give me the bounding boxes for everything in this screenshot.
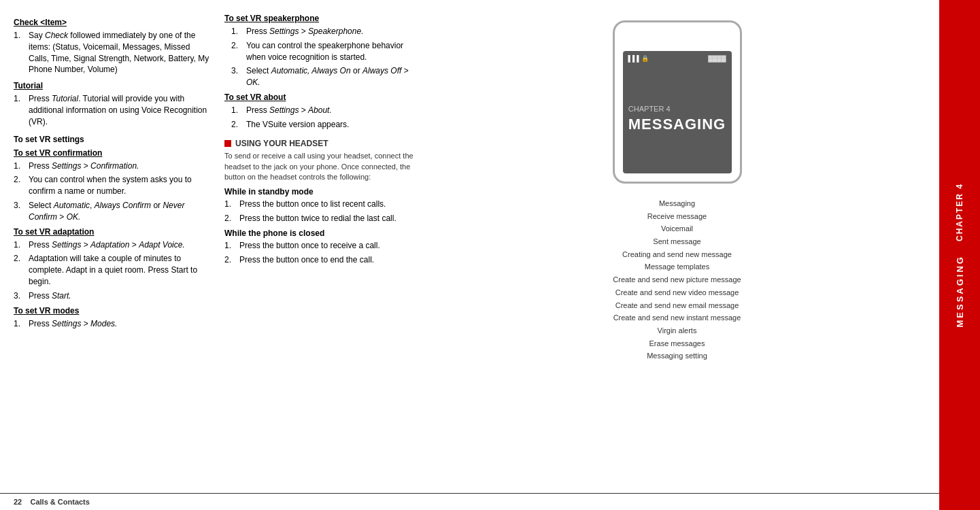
footer-section: Calls & Contacts bbox=[30, 498, 89, 506]
chapter-index: Messaging Receive message Voicemail Sent… bbox=[613, 197, 741, 362]
index-item-virgin: Virgin alerts bbox=[613, 324, 741, 337]
index-item-setting: Messaging setting bbox=[613, 350, 741, 362]
check-item-heading: Check <Item> bbox=[14, 18, 211, 27]
index-item-picture: Create and send new picture message bbox=[613, 273, 741, 286]
footer: 22 Calls & Contacts bbox=[0, 493, 939, 510]
tutorial-text: 1. Press Tutorial. Tutorial will provide… bbox=[14, 93, 211, 127]
tutorial-heading: Tutorial bbox=[14, 81, 211, 90]
vr-about-heading: To set VR about bbox=[224, 92, 415, 102]
left-column: Check <Item> 1. Say Check followed immed… bbox=[14, 14, 211, 486]
vr-settings-heading: To set VR settings bbox=[14, 135, 211, 144]
red-square-icon bbox=[224, 140, 231, 147]
check-item-text: 1. Say Check followed immediately by one… bbox=[14, 30, 211, 75]
content-body: Check <Item> 1. Say Check followed immed… bbox=[0, 0, 939, 493]
index-item-messaging: Messaging bbox=[613, 197, 741, 210]
vr-speaker-step3: 3. Select Automatic, Always On or Always… bbox=[231, 65, 415, 88]
standby-step1: 1. Press the button once to list recent … bbox=[224, 199, 415, 210]
sidebar-chapter-label: CHAPTER 4 bbox=[956, 183, 964, 241]
vr-about-step2: 2. The VSuite version appears. bbox=[231, 119, 415, 131]
index-item-receive: Receive message bbox=[613, 210, 741, 223]
index-item-video: Create and send new video message bbox=[613, 286, 741, 299]
index-item-templates: Message templates bbox=[613, 260, 741, 273]
vr-adaptation-heading: To set VR adaptation bbox=[14, 227, 211, 237]
phone-closed-step2: 2. Press the button once to end the call… bbox=[224, 254, 415, 266]
mid-column: To set VR speakerphone 1. Press Settings… bbox=[224, 14, 415, 486]
index-item-creating: Creating and send new message bbox=[613, 248, 741, 261]
index-item-instant: Create and send new instant message bbox=[613, 311, 741, 324]
phone-closed-step1: 1. Press the button once to receive a ca… bbox=[224, 240, 415, 252]
chapter-sidebar: CHAPTER 4 MESSAGING bbox=[939, 0, 980, 510]
using-headset-section: USING YOUR HEADSET To send or receive a … bbox=[224, 139, 415, 266]
headset-body: To send or receive a call using your hea… bbox=[224, 151, 415, 184]
phone-status-bar: ▌▌▌🔒 ▓▓▓▓ bbox=[628, 55, 726, 62]
page-number: 22 bbox=[14, 498, 22, 506]
phone-chapter-label: CHAPTER 4 bbox=[628, 105, 726, 113]
vr-adapt-step1: 1. Press Settings > Adaptation > Adapt V… bbox=[14, 239, 211, 251]
phone-closed-heading: While the phone is closed bbox=[224, 228, 415, 238]
vr-adapt-step2: 2. Adaptation will take a couple of minu… bbox=[14, 253, 211, 287]
vr-conf-step1: 1. Press Settings > Confirmation. bbox=[14, 160, 211, 172]
right-panel: ▌▌▌🔒 ▓▓▓▓ CHAPTER 4 MESSAGING Messaging … bbox=[428, 14, 926, 486]
index-item-erase: Erase messages bbox=[613, 337, 741, 350]
vr-adapt-step3: 3. Press Start. bbox=[14, 290, 211, 302]
vr-speaker-heading: To set VR speakerphone bbox=[224, 14, 415, 23]
signal-icons: ▌▌▌🔒 bbox=[628, 55, 649, 62]
phone-screen: ▌▌▌🔒 ▓▓▓▓ CHAPTER 4 MESSAGING bbox=[623, 51, 732, 173]
vr-conf-step3: 3. Select Automatic, Always Confirm or N… bbox=[14, 200, 211, 223]
vr-speaker-step2: 2. You can control the speakerphone beha… bbox=[231, 40, 415, 63]
sidebar-messaging-label: MESSAGING bbox=[955, 255, 965, 327]
vr-about-step1: 1. Press Settings > About. bbox=[231, 105, 415, 116]
vr-confirmation-heading: To set VR confirmation bbox=[14, 148, 211, 158]
phone-mockup: ▌▌▌🔒 ▓▓▓▓ CHAPTER 4 MESSAGING bbox=[613, 20, 742, 184]
index-item-sent: Sent message bbox=[613, 235, 741, 248]
vr-modes-heading: To set VR modes bbox=[14, 306, 211, 316]
vr-conf-step2: 2. You can control when the system asks … bbox=[14, 174, 211, 197]
vr-speaker-step1: 1. Press Settings > Speakerphone. bbox=[231, 26, 415, 37]
battery-icon: ▓▓▓▓ bbox=[708, 55, 726, 62]
index-item-email: Create and send new email message bbox=[613, 299, 741, 312]
main-content: Check <Item> 1. Say Check followed immed… bbox=[0, 0, 939, 510]
index-item-voicemail: Voicemail bbox=[613, 222, 741, 235]
phone-title: MESSAGING bbox=[628, 116, 726, 133]
vr-modes-step1: 1. Press Settings > Modes. bbox=[14, 318, 211, 330]
using-headset-heading: USING YOUR HEADSET bbox=[224, 139, 415, 148]
standby-step2: 2. Press the button twice to redial the … bbox=[224, 213, 415, 224]
standby-heading: While in standby mode bbox=[224, 187, 415, 197]
